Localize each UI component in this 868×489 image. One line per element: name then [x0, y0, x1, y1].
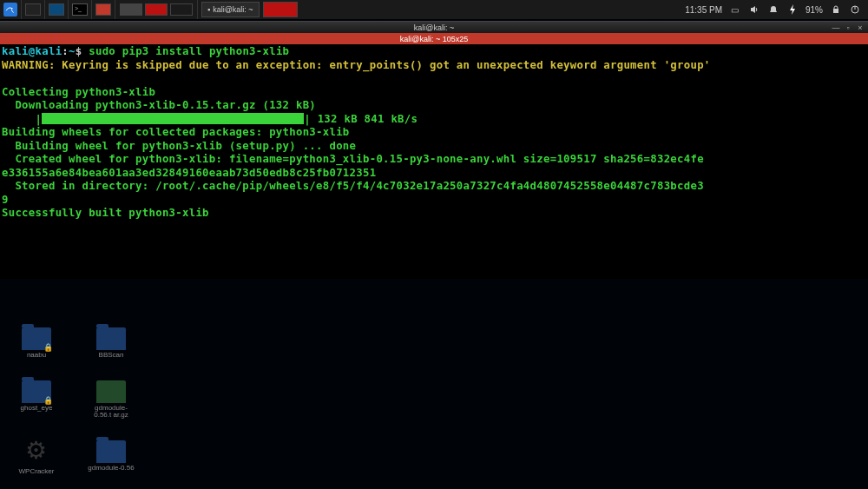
terminal-tab-label: kali@kali: ~ 105x25 [400, 35, 468, 43]
output-created1: Created wheel for python3-xlib: filename… [2, 153, 704, 165]
folder-icon [22, 327, 51, 350]
desktop-icon-naabu[interactable]: naabu [12, 327, 61, 360]
top-panel: ▪ kali@kali: ~ 11:35 PM ▭ 91% [0, 0, 868, 19]
output-stored1: Stored in directory: /root/.cache/pip/wh… [2, 180, 704, 192]
minimize-button[interactable]: — [832, 23, 840, 32]
terminal-body[interactable]: kali@kali:~$ sudo pip3 install python3-x… [0, 44, 868, 279]
dropdown-icon[interactable]: ▭ [729, 3, 741, 16]
files-icon [49, 3, 64, 16]
output-downloading: Downloading python3-xlib-0.15.tar.gz (13… [2, 99, 316, 111]
terminal-titlebar[interactable]: kali@kali: ~ — ▫ × [0, 21, 868, 33]
output-building: Building wheels for collected packages: … [2, 126, 350, 138]
maximize-button[interactable]: ▫ [844, 23, 852, 32]
power-icon[interactable] [786, 3, 799, 16]
gear-icon [23, 440, 49, 466]
battery-percent: 91% [806, 5, 823, 15]
desktop-icon-wpcracker[interactable]: WPCracker [12, 440, 61, 476]
launcher-1[interactable] [22, 0, 45, 19]
desktop-icon-gdmodule-tar[interactable]: gdmodule-0.56.t ar.gz [87, 380, 135, 420]
svg-rect-0 [833, 9, 838, 13]
taskbar-terminal-label: kali@kali: ~ [213, 5, 253, 14]
terminal-title: kali@kali: ~ [414, 23, 454, 32]
output-progress-prefix: | [2, 113, 42, 125]
terminal-icon [72, 3, 88, 16]
volume-icon[interactable] [748, 3, 760, 16]
window-icon [25, 3, 41, 16]
desktop-icon-bbscan[interactable]: BBScan [87, 327, 135, 360]
workspace-1[interactable] [120, 3, 142, 16]
folder-icon [22, 380, 51, 403]
launcher-terminal[interactable] [69, 0, 92, 19]
desktop-icon-gdmodule[interactable]: gdmodule-0.56 [87, 440, 135, 476]
notification-icon[interactable] [767, 3, 779, 16]
close-button[interactable]: × [856, 23, 865, 32]
app-icon [95, 3, 111, 16]
launcher-files[interactable] [45, 0, 69, 19]
taskbar-terminal[interactable]: ▪ kali@kali: ~ [201, 2, 260, 17]
power-menu-icon[interactable] [849, 3, 861, 16]
launcher-other[interactable] [92, 0, 115, 19]
folder-icon [96, 327, 126, 350]
desktop-icon-ghosteye[interactable]: ghost_eye [12, 380, 61, 420]
apps-menu[interactable] [0, 0, 22, 19]
folder-icon [96, 440, 126, 463]
output-collecting: Collecting python3-xlib [2, 86, 155, 98]
output-stored2: 9 [2, 194, 9, 206]
prompt-path: ~ [69, 45, 76, 57]
desktop[interactable]: File System naabu BBScan ghost_eye gdmod… [0, 19, 868, 489]
terminal-window: kali@kali: ~ — ▫ × kali@kali: ~ 105x25 k… [0, 21, 868, 279]
prompt-symbol: $ [76, 45, 82, 57]
taskbar-other[interactable] [263, 2, 298, 17]
lock-icon[interactable] [830, 3, 842, 16]
output-warning: WARNING: Keyring is skipped due to an ex… [2, 59, 711, 71]
workspace-3[interactable] [170, 3, 193, 16]
terminal-tabbar[interactable]: kali@kali: ~ 105x25 [0, 33, 868, 44]
clock[interactable]: 11:35 PM [685, 5, 722, 15]
workspace-2-red[interactable] [145, 3, 168, 16]
progress-bar [42, 113, 304, 124]
prompt-user: kali@kali [2, 45, 62, 57]
output-progress-suffix: | 132 kB 841 kB/s [304, 113, 418, 125]
output-building-wheel: Building wheel for python3-xlib (setup.p… [2, 140, 356, 152]
output-created2: e336155a6e84bea601aa3ed32849160eaab73d50… [2, 167, 376, 179]
archive-icon [96, 380, 126, 403]
workspace-switcher[interactable] [115, 0, 198, 19]
output-success: Successfully built python3-xlib [2, 207, 209, 219]
kali-logo-icon [3, 3, 17, 17]
command-text: sudo pip3 install python3-xlib [89, 45, 289, 57]
